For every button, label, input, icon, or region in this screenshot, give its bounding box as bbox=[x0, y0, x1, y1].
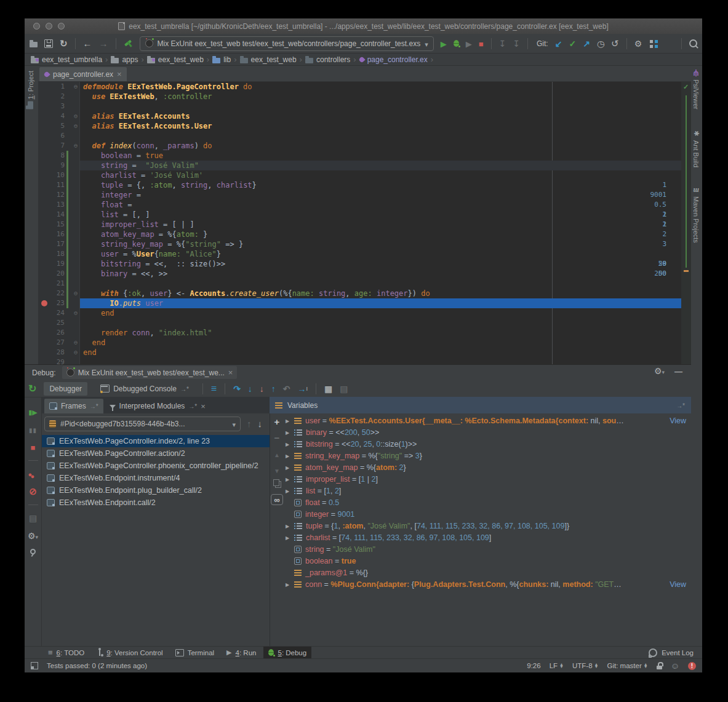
encoding-select[interactable]: UTF-8▲▼ bbox=[572, 662, 599, 669]
zoom-window-button[interactable] bbox=[58, 23, 65, 30]
expand-arrow-icon[interactable] bbox=[284, 417, 290, 425]
fold-icon[interactable] bbox=[74, 348, 78, 356]
code-text[interactable]: boolean = true bbox=[80, 151, 681, 161]
view-breakpoints-icon[interactable] bbox=[28, 469, 38, 479]
thread-select[interactable]: #Pid<debugged7b315598-446b-4b3... bbox=[44, 417, 241, 431]
debug-icon[interactable] bbox=[454, 40, 459, 47]
run-icon[interactable] bbox=[441, 39, 447, 49]
editor-gutter[interactable]: 10 bbox=[38, 170, 80, 180]
code-line[interactable]: 2 use EExTestWeb, :controller bbox=[38, 92, 681, 102]
code-line[interactable]: 9 string = "José Valim" bbox=[38, 161, 681, 170]
editor-gutter[interactable]: 28 bbox=[38, 348, 80, 357]
code-text[interactable]: string_key_map = %{"string" => 3} bbox=[80, 239, 681, 249]
editor-gutter[interactable]: 27 bbox=[38, 338, 80, 348]
code-text[interactable]: tuple = {1, :atom, string, charlist} bbox=[80, 180, 681, 190]
debugger-settings-icon[interactable] bbox=[28, 531, 38, 541]
tab-frames[interactable]: Frames bbox=[44, 399, 103, 413]
save-all-icon[interactable] bbox=[44, 39, 53, 48]
code-line[interactable]: 24 end bbox=[38, 308, 681, 318]
layout-settings-icon[interactable] bbox=[340, 384, 348, 394]
code-line[interactable]: 23 IO.puts user bbox=[38, 298, 681, 308]
tool-window-button-version-control[interactable]: 9: Version Control bbox=[92, 647, 167, 659]
git-commit-icon[interactable] bbox=[569, 39, 576, 49]
move-down-icon[interactable] bbox=[274, 465, 280, 475]
pause-icon[interactable] bbox=[29, 425, 37, 434]
code-text[interactable]: end bbox=[80, 308, 681, 318]
expand-arrow-icon[interactable] bbox=[284, 487, 290, 495]
toggle-tool-buttons-icon[interactable] bbox=[31, 662, 38, 669]
status-message[interactable]: Tests passed: 0 (2 minutes ago) bbox=[47, 662, 147, 669]
tool-window-button-run[interactable]: 4: Run bbox=[222, 647, 261, 659]
variable-row[interactable]: conn = %Plug.Conn{adapter: {Plug.Adapter… bbox=[284, 578, 691, 590]
breadcrumb-item[interactable]: eex_test_web bbox=[147, 55, 204, 64]
search-everywhere-icon[interactable] bbox=[689, 39, 697, 47]
variable-row[interactable]: string_key_map = %{"string" => 3} bbox=[284, 450, 691, 461]
code-line[interactable]: 28end bbox=[38, 348, 681, 357]
minimize-window-button[interactable] bbox=[46, 23, 52, 30]
mute-breakpoints-icon[interactable] bbox=[29, 487, 37, 497]
frame-row[interactable]: EExTestWeb.Endpoint.plug_builder_call/2 bbox=[42, 484, 270, 497]
tool-window-button-debug[interactable]: 5: Debug bbox=[263, 647, 311, 659]
breadcrumb-item[interactable]: controllers bbox=[305, 55, 350, 64]
resume-icon[interactable] bbox=[28, 407, 38, 417]
stop-icon[interactable] bbox=[479, 39, 484, 49]
editor-gutter[interactable]: 13 bbox=[38, 200, 80, 210]
variable-row[interactable]: integer = 9001 bbox=[284, 508, 691, 520]
variable-row[interactable]: bitstring = <<20, 25, 0::size(1)>> bbox=[284, 438, 691, 450]
code-line[interactable]: 29 bbox=[38, 357, 681, 364]
code-text[interactable]: use EExTestWeb, :controller bbox=[80, 92, 681, 102]
variable-row[interactable]: improper_list = [1 | 2] bbox=[284, 473, 691, 485]
synchronize-icon[interactable] bbox=[60, 39, 68, 49]
run-with-coverage-icon[interactable] bbox=[466, 39, 472, 49]
code-line[interactable]: 12 integer = 9001 bbox=[38, 190, 681, 200]
editor-gutter[interactable]: 7 bbox=[38, 141, 80, 151]
sidebar-item-psiviewer[interactable]: PsiViewer bbox=[692, 71, 700, 110]
prev-frame-icon[interactable] bbox=[247, 419, 252, 429]
sidebar-item-ant-build[interactable]: Ant Build bbox=[692, 129, 700, 167]
forward-icon[interactable] bbox=[99, 39, 108, 49]
editor-gutter[interactable]: 16 bbox=[38, 229, 80, 239]
code-text[interactable]: end bbox=[80, 348, 681, 357]
breadcrumb-item[interactable]: page_controller.ex bbox=[359, 55, 428, 64]
run-to-cursor-icon[interactable] bbox=[298, 384, 308, 394]
code-text[interactable]: atom_key_map = %{atom: 2} bbox=[80, 229, 681, 239]
code-text[interactable]: end bbox=[80, 338, 681, 348]
expand-arrow-icon[interactable] bbox=[284, 533, 290, 541]
code-text[interactable] bbox=[80, 131, 681, 141]
code-line[interactable]: 11 tuple = {1, :atom, string, charlist} bbox=[38, 180, 681, 190]
editor-gutter[interactable]: 1 bbox=[38, 82, 80, 92]
tool-window-button-todo[interactable]: 6: TODO bbox=[43, 647, 89, 659]
view-link[interactable]: View bbox=[670, 580, 686, 589]
code-line[interactable]: 20 binary = <<200, 50>> bbox=[38, 269, 681, 279]
variable-row[interactable]: user = %EExTest.Accounts.User{__meta__: … bbox=[284, 415, 691, 426]
view-link[interactable]: View bbox=[670, 417, 686, 425]
code-text[interactable]: charlist = 'José Valim' bbox=[80, 170, 681, 180]
editor-gutter[interactable]: 5 bbox=[38, 121, 80, 131]
frame-row[interactable]: EExTestWeb.Endpoint.call/2 bbox=[42, 497, 270, 509]
editor-gutter[interactable]: 12 bbox=[38, 190, 80, 200]
project-structure-icon[interactable] bbox=[650, 40, 653, 43]
code-line[interactable]: 5 alias EExTest.Accounts.User bbox=[38, 121, 681, 131]
editor-gutter[interactable]: 29 bbox=[38, 357, 80, 364]
code-text[interactable] bbox=[80, 279, 681, 289]
code-line[interactable]: 4 alias EExTest.Accounts bbox=[38, 111, 681, 121]
tab-page-controller[interactable]: page_controller.ex bbox=[39, 67, 127, 81]
remove-watch-icon[interactable] bbox=[274, 433, 280, 443]
close-tab-icon[interactable] bbox=[201, 402, 206, 410]
error-notification-icon[interactable] bbox=[688, 662, 696, 670]
breadcrumb-item[interactable]: eex_test_web bbox=[240, 55, 297, 64]
editor-gutter[interactable]: 15 bbox=[38, 220, 80, 229]
evaluate-expression-icon[interactable] bbox=[324, 384, 332, 394]
editor-gutter[interactable]: 17 bbox=[38, 239, 80, 249]
import-coverage-icon[interactable] bbox=[499, 39, 506, 49]
debug-session-tab[interactable]: Mix ExUnit eex_test_web test/eex_test_we… bbox=[62, 366, 238, 379]
show-watches-toggle[interactable] bbox=[271, 494, 283, 505]
code-text[interactable]: bitstring = <<20, 50 :: size(9)>> bbox=[80, 259, 681, 269]
code-line[interactable]: 27 end bbox=[38, 338, 681, 348]
variable-row[interactable]: tuple = {1, :atom, "José Valim", [74, 11… bbox=[284, 520, 691, 532]
move-up-icon[interactable] bbox=[274, 449, 280, 459]
add-watch-icon[interactable] bbox=[274, 417, 280, 427]
code-text[interactable] bbox=[80, 357, 681, 364]
code-text[interactable]: defmodule EExTestWeb.PageController do bbox=[80, 82, 681, 92]
editor-gutter[interactable]: 26 bbox=[38, 328, 80, 338]
